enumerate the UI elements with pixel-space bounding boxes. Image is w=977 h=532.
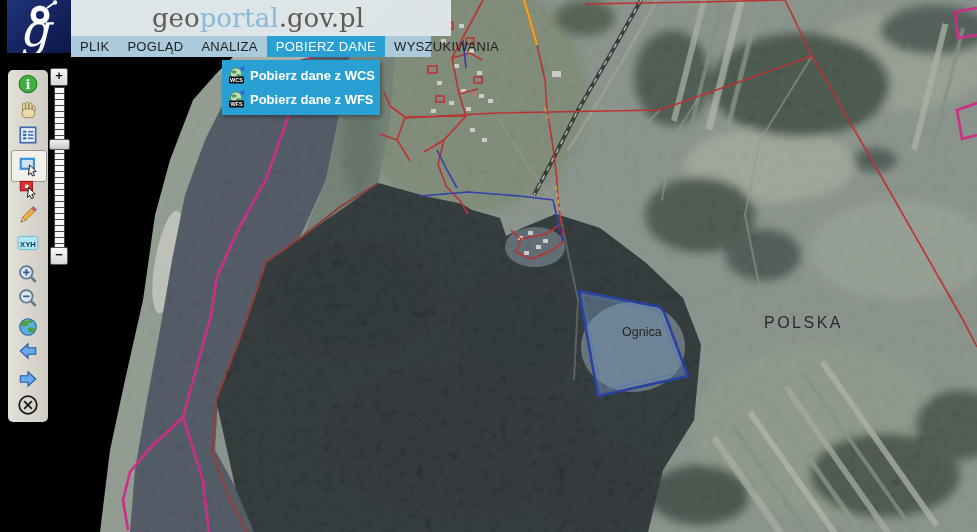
- clear-selection-icon: [17, 177, 39, 199]
- info-icon: i: [17, 73, 39, 95]
- full-extent-globe-icon: [17, 316, 39, 338]
- pobierz-dane-dropdown: WCS Pobierz dane z WCS WFS Pobierz dane …: [222, 60, 380, 115]
- svg-text:WCS: WCS: [230, 77, 243, 83]
- header-bar: geoportal.gov.pl: [65, 0, 451, 36]
- pan-button[interactable]: [17, 99, 39, 121]
- next-view-arrow-icon: [17, 368, 39, 390]
- menu-item-pobierz-wcs[interactable]: WCS Pobierz dane z WCS: [222, 63, 380, 87]
- clear-selection-button[interactable]: [17, 177, 39, 199]
- zoom-slider-track[interactable]: [54, 87, 65, 248]
- svg-text:XYH: XYH: [20, 240, 36, 249]
- xyh-coordinates-button[interactable]: XYH: [17, 232, 39, 254]
- legend-button[interactable]: [17, 124, 39, 146]
- select-rect-icon: [18, 155, 40, 177]
- info-button[interactable]: i: [17, 73, 39, 95]
- zoom-in-icon: [17, 263, 39, 285]
- zoom-slider-plus-button[interactable]: +: [50, 68, 68, 86]
- previous-view-arrow-icon: [17, 340, 39, 362]
- zoom-out-icon: [17, 287, 39, 309]
- menu-item-label: Pobierz dane z WCS: [250, 68, 375, 83]
- zoom-slider-handle[interactable]: [49, 139, 70, 150]
- next-view-button[interactable]: [17, 368, 39, 390]
- geoportal-app: Ognica POLSKA g geoportal.gov.pl PLIK PO…: [0, 0, 977, 532]
- page-title: geoportal.gov.pl: [152, 5, 364, 31]
- svg-text:WFS: WFS: [230, 101, 243, 107]
- zoom-out-button[interactable]: [17, 287, 39, 309]
- title-suffix: .gov.pl: [279, 3, 364, 33]
- menu-item-pobierz-dane[interactable]: POBIERZ DANE: [267, 36, 385, 57]
- close-icon: [17, 394, 39, 416]
- zoom-slider-minus-button[interactable]: −: [50, 247, 68, 265]
- map-toolbar: i: [8, 70, 48, 422]
- svg-text:i: i: [25, 77, 30, 92]
- main-menu: PLIK POGLĄD ANALIZA POBIERZ DANE WYSZUKI…: [71, 36, 431, 57]
- menu-item-label: Pobierz dane z WFS: [250, 92, 374, 107]
- menu-item-plik[interactable]: PLIK: [71, 36, 118, 57]
- close-toolbar-button[interactable]: [17, 394, 39, 416]
- menu-item-poglad[interactable]: POGLĄD: [118, 36, 192, 57]
- menu-item-pobierz-wfs[interactable]: WFS Pobierz dane z WFS: [222, 87, 380, 111]
- wcs-globe-download-icon: WCS: [228, 67, 245, 84]
- draw-pencil-icon: [17, 204, 39, 226]
- xyh-coordinates-icon: XYH: [17, 232, 39, 254]
- legend-icon: [17, 124, 39, 146]
- map-canvas[interactable]: Ognica POLSKA: [0, 0, 977, 532]
- geoportal-logo-icon: g: [7, 0, 71, 53]
- title-geo: geo: [152, 3, 200, 33]
- full-extent-button[interactable]: [17, 316, 39, 338]
- wfs-globe-download-icon: WFS: [228, 91, 245, 108]
- menu-item-analiza[interactable]: ANALIZA: [192, 36, 266, 57]
- draw-pencil-button[interactable]: [17, 204, 39, 226]
- previous-view-button[interactable]: [17, 340, 39, 362]
- geoportal-logo[interactable]: g: [7, 0, 71, 53]
- title-portal: portal: [200, 3, 279, 33]
- pan-hand-icon: [17, 99, 39, 121]
- menu-item-wyszukiwania[interactable]: WYSZUKIWANIA: [385, 36, 508, 57]
- zoom-in-button[interactable]: [17, 263, 39, 285]
